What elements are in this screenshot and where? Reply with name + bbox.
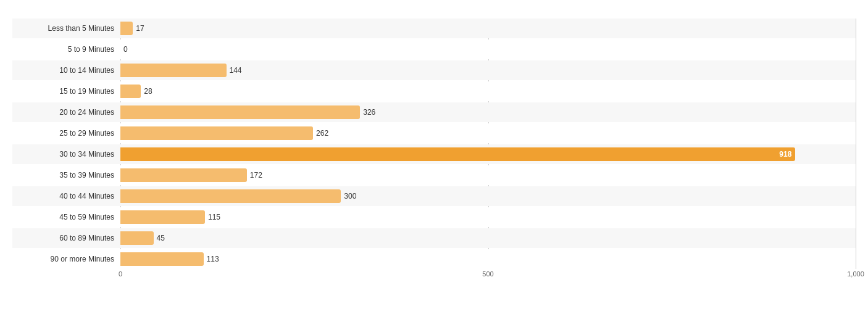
chart-container: Less than 5 Minutes175 to 9 Minutes010 t… [0,0,868,322]
bar-row: 90 or more Minutes113 [12,249,856,269]
bar-area: 262 [120,123,856,143]
bar-value: 113 [207,255,219,263]
bar-row: 20 to 24 Minutes326 [12,102,856,122]
bar-label: 40 to 44 Minutes [12,192,120,200]
bar-label: 45 to 59 Minutes [12,213,120,221]
bar-value: 0 [123,45,128,54]
bar-label: 30 to 34 Minutes [12,150,120,159]
bar-value: 326 [363,108,375,117]
bar-area: 113 [120,249,856,269]
bar-row: 60 to 89 Minutes45 [12,228,856,248]
bar-row: 40 to 44 Minutes300 [12,186,856,206]
bar-value: 300 [344,192,356,200]
bar-fill [120,189,341,203]
bar-value: 17 [136,24,144,33]
bar-label: 15 to 19 Minutes [12,87,120,96]
bar-area: 17 [120,19,856,38]
bar-label: 5 to 9 Minutes [12,45,120,54]
bar-value: 918 [779,150,791,159]
bar-fill [120,85,141,98]
bar-fill [120,168,247,182]
bar-fill [120,126,313,140]
bar-row: 35 to 39 Minutes172 [12,165,856,185]
bar-area: 918 [120,144,856,164]
bar-area: 300 [120,186,856,206]
x-tick: 1,000 [847,270,864,278]
bar-label: 90 or more Minutes [12,255,120,263]
bar-area: 45 [120,228,856,248]
bar-fill [120,252,204,266]
bar-value: 115 [208,213,220,221]
bar-row: 45 to 59 Minutes115 [12,207,856,227]
bar-fill [120,231,154,245]
x-tick: 0 [119,270,122,278]
rows-and-grid: Less than 5 Minutes175 to 9 Minutes010 t… [12,19,856,269]
bar-row: 15 to 19 Minutes28 [12,81,856,101]
x-tick: 500 [482,270,493,278]
bar-area: 0 [120,39,856,59]
bar-label: 25 to 29 Minutes [12,129,120,138]
bar-label: 60 to 89 Minutes [12,234,120,242]
bar-value: 28 [144,87,152,96]
bar-label: 20 to 24 Minutes [12,108,120,117]
bar-area: 326 [120,102,856,122]
bar-row: 30 to 34 Minutes918 [12,144,856,164]
bar-area: 115 [120,207,856,227]
bar-label: 10 to 14 Minutes [12,66,120,75]
bar-area: 144 [120,60,856,80]
bar-row: 25 to 29 Minutes262 [12,123,856,143]
bar-value: 144 [230,66,242,75]
bar-value: 45 [157,234,165,242]
bar-area: 28 [120,81,856,101]
bar-row: Less than 5 Minutes17 [12,19,856,38]
bar-fill: 918 [120,147,795,161]
bar-fill [120,210,205,224]
bar-value: 172 [250,171,262,180]
bar-fill [120,22,133,35]
bar-row: 10 to 14 Minutes144 [12,60,856,80]
bar-fill [120,64,227,77]
bar-row: 5 to 9 Minutes0 [12,39,856,59]
bar-value: 262 [316,129,328,138]
bar-label: Less than 5 Minutes [12,24,120,33]
bar-label: 35 to 39 Minutes [12,171,120,180]
bar-area: 172 [120,165,856,185]
x-axis: 05001,000 [120,270,856,283]
bar-fill [120,105,360,119]
